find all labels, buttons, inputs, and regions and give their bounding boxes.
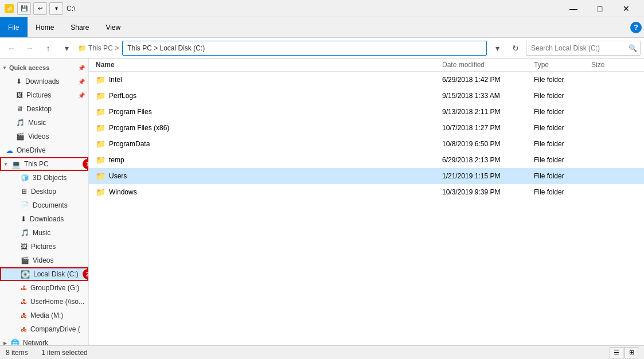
video-icon: 🎬: [16, 132, 25, 141]
file-name-label: Windows: [109, 188, 137, 196]
table-row[interactable]: 📁 PerfLogs 9/15/2018 1:33 AM File folder: [89, 88, 644, 104]
breadcrumb-pc[interactable]: 📁 This PC >: [78, 44, 119, 52]
sidebar-videos-label: Videos: [28, 132, 49, 141]
table-row[interactable]: 📁 ProgramData 10/8/2019 6:50 PM File fol…: [89, 136, 644, 152]
address-input[interactable]: [122, 41, 487, 56]
col-date[interactable]: Date modified: [442, 61, 534, 69]
file-name-label: temp: [109, 156, 124, 164]
sidebar-item-network[interactable]: ▶ 🌐 Network: [0, 336, 88, 345]
sidebar-item-userhome[interactable]: 🖧 UserHome (\\so...: [0, 295, 88, 309]
pictures-icon: 🖼: [16, 91, 23, 99]
table-row[interactable]: 📁 temp 6/29/2018 2:13 PM File folder: [89, 152, 644, 168]
folder-icon: 📁: [96, 107, 106, 116]
step1-badge: 1: [83, 159, 89, 169]
table-row[interactable]: 📁 Program Files 9/13/2018 2:11 PM File f…: [89, 104, 644, 120]
sidebar-item-3d[interactable]: 🧊 3D Objects: [0, 171, 88, 185]
search-input[interactable]: [526, 41, 641, 56]
recent-locations-button[interactable]: ▾: [58, 41, 75, 56]
file-type: File folder: [534, 172, 591, 180]
folder-icon: 📁: [96, 123, 106, 132]
tab-share[interactable]: Share: [63, 17, 97, 37]
minimize-button[interactable]: —: [560, 0, 587, 17]
sidebar-item-pictures2[interactable]: 🖼 Pictures: [0, 240, 88, 253]
folder-icon: 📁: [96, 171, 106, 181]
sidebar-item-local-disk[interactable]: 💽 Local Disk (C:): [0, 267, 88, 281]
tab-home[interactable]: Home: [28, 17, 63, 37]
sidebar-videos2-label: Videos: [33, 256, 53, 264]
forward-button[interactable]: →: [22, 41, 38, 56]
back-button[interactable]: ←: [3, 41, 19, 56]
item-count: 8 items: [6, 349, 28, 357]
file-type: File folder: [534, 140, 591, 148]
3d-icon: 🧊: [21, 174, 29, 182]
up-button[interactable]: ↑: [40, 41, 56, 56]
sidebar-userhome-label: UserHome (\\so...: [30, 298, 84, 306]
col-size[interactable]: Size: [591, 61, 637, 69]
desktop-icon: 🖥: [16, 105, 23, 113]
sidebar-item-music2[interactable]: 🎵 Music: [0, 226, 88, 240]
file-name-cell: 📁 Users: [96, 171, 442, 181]
tab-file[interactable]: File: [0, 17, 28, 37]
download2-icon: ⬇: [21, 215, 26, 223]
help-button[interactable]: ?: [630, 22, 642, 33]
table-row[interactable]: 📁 Users 1/21/2019 1:15 PM File folder: [89, 168, 644, 184]
sidebar-item-videos-qa[interactable]: 🎬 Videos: [0, 130, 88, 143]
sidebar-item-desktop-qa[interactable]: 🖥 Desktop: [0, 102, 88, 116]
sidebar-item-companydrive[interactable]: 🖧 CompanyDrive (: [0, 322, 88, 336]
video2-icon: 🎬: [21, 256, 29, 264]
sidebar-item-this-pc[interactable]: ▼ 💻 This PC: [0, 157, 88, 171]
quick-access-toolbar: 💾 ↩ ▾: [17, 2, 63, 15]
cloud-icon: ☁: [6, 146, 13, 155]
sidebar-item-downloads[interactable]: ⬇ Downloads 📌: [0, 75, 88, 88]
table-row[interactable]: 📁 Program Files (x86) 10/7/2018 1:27 PM …: [89, 120, 644, 136]
file-name-cell: 📁 Windows: [96, 188, 442, 197]
view-buttons: ☰ ⊞: [610, 347, 638, 358]
file-date: 1/21/2019 1:15 PM: [442, 172, 534, 180]
sidebar-item-onedrive[interactable]: ☁ OneDrive: [0, 143, 88, 157]
sidebar-item-music-qa[interactable]: 🎵 Music: [0, 116, 88, 130]
sidebar-item-downloads2[interactable]: ⬇ Downloads: [0, 212, 88, 226]
address-dropdown-button[interactable]: ▾: [489, 41, 505, 56]
tab-view[interactable]: View: [97, 17, 129, 37]
sidebar-downloads2-label: Downloads: [30, 215, 64, 223]
network-drive3-icon: 🖧: [21, 312, 27, 319]
sidebar-item-media[interactable]: 🖧 Media (M:): [0, 309, 88, 322]
folder-icon: 📁: [96, 91, 106, 100]
file-name-label: PerfLogs: [109, 92, 136, 100]
documents-icon: 📄: [21, 201, 29, 209]
sidebar-media-label: Media (M:): [30, 311, 63, 319]
ribbon: File Home Share View ?: [0, 17, 644, 38]
file-name-label: Intel: [109, 76, 122, 84]
save-tb-btn[interactable]: 💾: [17, 2, 31, 15]
sidebar-item-documents[interactable]: 📄 Documents: [0, 198, 88, 212]
sidebar-item-pictures[interactable]: 🖼 Pictures 📌: [0, 88, 88, 102]
network-drive-icon: 🖧: [21, 284, 27, 291]
file-name-cell: 📁 Program Files: [96, 107, 442, 116]
status-bar: 8 items 1 item selected ☰ ⊞: [0, 345, 644, 359]
dropdown-tb-btn[interactable]: ▾: [49, 2, 63, 15]
sidebar-item-videos2[interactable]: 🎬 Videos: [0, 253, 88, 267]
folder-icon: 📁: [96, 139, 106, 149]
file-name-cell: 📁 temp: [96, 155, 442, 165]
col-name[interactable]: Name: [96, 61, 442, 69]
maximize-button[interactable]: □: [587, 0, 613, 17]
undo-tb-btn[interactable]: ↩: [33, 2, 47, 15]
drive-icon: 💽: [21, 270, 30, 279]
main-layout: ▼ Quick access 📌 ⬇ Downloads 📌 🖼 Picture…: [0, 58, 644, 345]
quick-access-label: Quick access: [9, 64, 49, 71]
content-area: Name Date modified Type Size 📁 Intel 6/2…: [89, 58, 644, 345]
sidebar-item-groupdrive[interactable]: 🖧 GroupDrive (G:): [0, 281, 88, 295]
table-row[interactable]: 📁 Windows 10/3/2019 9:39 PM File folder: [89, 184, 644, 200]
col-type[interactable]: Type: [534, 61, 591, 69]
file-name-label: ProgramData: [109, 140, 150, 148]
sidebar-item-desktop[interactable]: 🖥 Desktop: [0, 185, 88, 198]
large-icons-view-button[interactable]: ⊞: [625, 347, 638, 358]
refresh-button[interactable]: ↻: [508, 41, 524, 56]
music2-icon: 🎵: [21, 229, 29, 237]
details-view-button[interactable]: ☰: [610, 347, 623, 358]
sidebar-company-label: CompanyDrive (: [30, 325, 80, 333]
close-button[interactable]: ✕: [613, 0, 639, 17]
file-type: File folder: [534, 124, 591, 132]
table-row[interactable]: 📁 Intel 6/29/2018 1:42 PM File folder: [89, 72, 644, 88]
quick-access-header[interactable]: ▼ Quick access 📌: [0, 61, 88, 75]
